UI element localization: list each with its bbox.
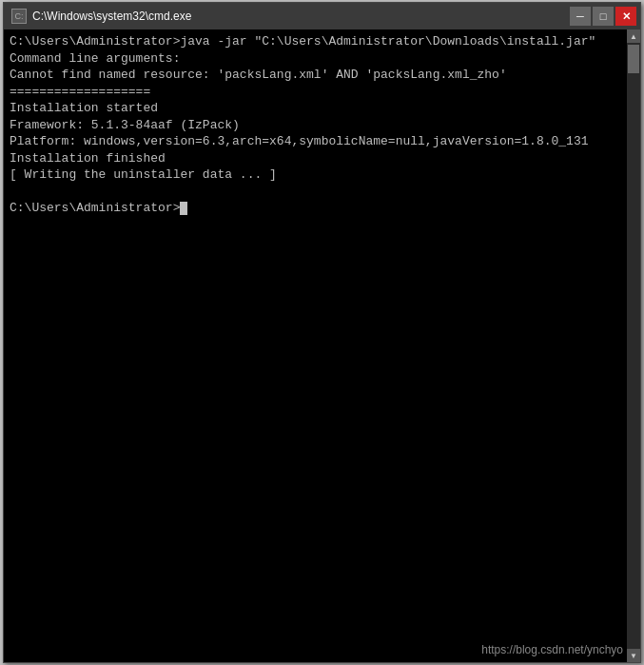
terminal-cursor [180, 202, 187, 215]
window-title: C:\Windows\system32\cmd.exe [32, 10, 191, 23]
terminal-area: C:\Users\Administrator>java -jar "C:\Use… [4, 29, 640, 662]
watermark: https://blog.csdn.net/ynchyo [481, 643, 623, 656]
scroll-down-button[interactable]: ▼ [627, 649, 640, 662]
close-button[interactable]: ✕ [615, 7, 636, 26]
terminal-output: C:\Users\Administrator>java -jar "C:\Use… [10, 33, 634, 217]
scroll-thumb[interactable] [628, 45, 639, 73]
titlebar-left: C: C:\Windows\system32\cmd.exe [11, 9, 191, 24]
cmd-window: C: C:\Windows\system32\cmd.exe ─ □ ✕ C:\… [3, 2, 641, 663]
scroll-up-button[interactable]: ▲ [627, 29, 640, 43]
scrollbar[interactable]: ▲ ▼ [627, 29, 640, 662]
maximize-button[interactable]: □ [593, 7, 614, 26]
window-controls: ─ □ ✕ [570, 7, 636, 26]
titlebar: C: C:\Windows\system32\cmd.exe ─ □ ✕ [4, 3, 640, 29]
minimize-button[interactable]: ─ [570, 7, 591, 26]
cmd-icon: C: [11, 9, 27, 24]
